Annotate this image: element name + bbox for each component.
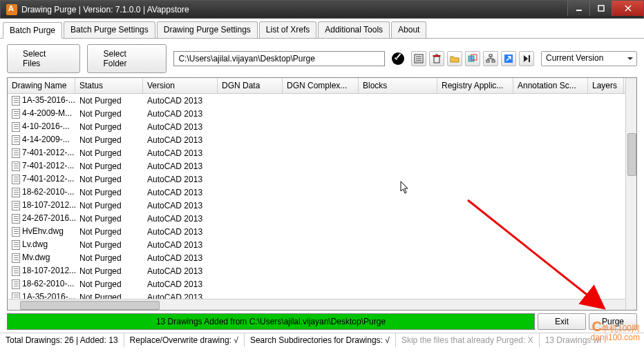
cell-name: 1A-35-2016-... bbox=[8, 95, 75, 106]
cell-empty bbox=[359, 139, 437, 141]
cell-empty bbox=[283, 231, 359, 233]
cell-status: Not Purged bbox=[75, 108, 143, 119]
select-files-button[interactable]: Select Files bbox=[7, 44, 80, 73]
minimize-button[interactable] bbox=[567, 1, 589, 16]
column-header[interactable]: Version bbox=[143, 78, 218, 93]
tab-batch-purge[interactable]: Batch Purge bbox=[3, 22, 62, 39]
cell-empty bbox=[588, 231, 624, 233]
file-icon bbox=[12, 122, 20, 132]
table-row[interactable]: 24-267-2016...Not PurgedAutoCAD 2013 bbox=[8, 212, 636, 225]
table-row[interactable]: 7-401-2012-...Not PurgedAutoCAD 2013 bbox=[8, 159, 636, 173]
maximize-button[interactable] bbox=[589, 1, 612, 16]
tree-icon[interactable] bbox=[483, 51, 498, 66]
cell-empty bbox=[437, 218, 513, 219]
table-row[interactable]: Mv.dwgNot PurgedAutoCAD 2013 bbox=[8, 251, 636, 264]
file-icon bbox=[12, 253, 20, 263]
tab-additional-tools[interactable]: Additional Tools bbox=[318, 21, 390, 38]
cell-empty bbox=[283, 297, 359, 298]
horizontal-scrollbar[interactable] bbox=[8, 299, 625, 310]
column-header[interactable]: Annotation Sc... bbox=[513, 78, 588, 93]
cell-version: AutoCAD 2013 bbox=[143, 161, 218, 172]
column-header[interactable]: Blocks bbox=[359, 78, 437, 93]
vertical-scrollbar[interactable] bbox=[625, 78, 636, 310]
drawings-grid: Drawing NameStatusVersionDGN DataDGN Com… bbox=[7, 77, 637, 311]
tab-about[interactable]: About bbox=[391, 21, 426, 38]
column-header[interactable]: Layers bbox=[588, 78, 624, 93]
file-icon bbox=[12, 266, 20, 276]
cell-empty bbox=[513, 113, 588, 115]
cell-empty bbox=[218, 139, 283, 141]
cell-empty bbox=[437, 126, 513, 128]
confirm-check-icon[interactable] bbox=[392, 52, 404, 65]
toolbar-icon-row bbox=[411, 51, 534, 66]
close-button[interactable] bbox=[612, 1, 643, 16]
window-title: Drawing Purge | Version: 7.1.0.0 | AVapp… bbox=[21, 5, 189, 14]
cell-empty bbox=[359, 257, 437, 259]
status-totals: Total Drawings: 26 | Added: 13 bbox=[0, 333, 124, 347]
cell-empty bbox=[513, 271, 588, 272]
cell-empty bbox=[359, 218, 437, 219]
cell-empty bbox=[588, 179, 624, 180]
column-header[interactable]: DGN Complex... bbox=[283, 78, 359, 93]
cell-empty bbox=[437, 205, 513, 206]
grid-body[interactable]: 1A-35-2016-...Not PurgedAutoCAD 20134-4-… bbox=[8, 94, 636, 299]
cell-empty bbox=[359, 166, 437, 167]
table-row[interactable]: Lv.dwgNot PurgedAutoCAD 2013 bbox=[8, 238, 636, 251]
cell-status: Not Purged bbox=[75, 121, 143, 132]
table-row[interactable]: 18-107-2012...Not PurgedAutoCAD 2013 bbox=[8, 199, 636, 212]
table-row[interactable]: 18-62-2010-...Not PurgedAutoCAD 2013 bbox=[8, 186, 636, 199]
file-icon bbox=[12, 240, 20, 250]
tab-batch-purge-settings[interactable]: Batch Purge Settings bbox=[64, 21, 155, 38]
cell-empty bbox=[588, 100, 624, 101]
folder-icon[interactable] bbox=[447, 51, 462, 66]
cell-empty bbox=[437, 139, 513, 141]
cell-empty bbox=[359, 244, 437, 246]
file-icon bbox=[12, 279, 20, 289]
cell-empty bbox=[359, 113, 437, 115]
cell-empty bbox=[218, 100, 283, 101]
cell-empty bbox=[283, 113, 359, 115]
table-row[interactable]: 18-62-2010-...Not PurgedAutoCAD 2013 bbox=[8, 277, 636, 291]
overlay-icon[interactable] bbox=[465, 51, 480, 66]
cell-empty bbox=[588, 244, 624, 246]
column-header[interactable]: Status bbox=[75, 78, 143, 93]
cell-empty bbox=[218, 284, 283, 285]
status-message: 13 Drawings Added from C:\Users\ajilal.v… bbox=[7, 313, 535, 330]
table-row[interactable]: 4-10-2016-...Not PurgedAutoCAD 2013 bbox=[8, 120, 636, 133]
table-row[interactable]: 7-401-2012-...Not PurgedAutoCAD 2013 bbox=[8, 146, 636, 159]
table-row[interactable]: 4-14-2009-...Not PurgedAutoCAD 2013 bbox=[8, 133, 636, 146]
select-folder-button[interactable]: Select Folder bbox=[87, 44, 167, 73]
cell-empty bbox=[513, 192, 588, 193]
cell-empty bbox=[437, 166, 513, 167]
table-row[interactable]: 7-401-2012-...Not PurgedAutoCAD 2013 bbox=[8, 173, 636, 186]
cell-empty bbox=[283, 100, 359, 101]
trash-icon[interactable] bbox=[429, 51, 444, 66]
column-header[interactable]: Registry Applic... bbox=[437, 78, 513, 93]
path-input[interactable] bbox=[173, 51, 385, 66]
cell-empty bbox=[513, 284, 588, 285]
cell-empty bbox=[588, 166, 624, 167]
cell-empty bbox=[437, 179, 513, 180]
tab-list-of-xrefs[interactable]: List of Xrefs bbox=[259, 21, 316, 38]
cell-empty bbox=[437, 244, 513, 246]
file-icon bbox=[12, 96, 20, 106]
cell-empty bbox=[513, 257, 588, 259]
tab-drawing-purge-settings[interactable]: Drawing Purge Settings bbox=[157, 21, 258, 38]
table-row[interactable]: 1A-35-2016-...Not PurgedAutoCAD 2013 bbox=[8, 94, 636, 107]
next-icon[interactable] bbox=[519, 51, 534, 66]
cell-empty bbox=[218, 244, 283, 246]
list-icon[interactable] bbox=[411, 51, 426, 66]
cell-empty bbox=[218, 271, 283, 272]
watermark-text2: danji100.com bbox=[591, 333, 640, 342]
cell-empty bbox=[588, 139, 624, 141]
cell-status: Not Purged bbox=[75, 200, 143, 211]
table-row[interactable]: HvEhv.dwgNot PurgedAutoCAD 2013 bbox=[8, 225, 636, 238]
table-row[interactable]: 4-4-2009-M...Not PurgedAutoCAD 2013 bbox=[8, 107, 636, 120]
cell-name: 4-14-2009-... bbox=[8, 134, 75, 146]
version-select[interactable]: Current Version bbox=[541, 51, 637, 66]
link-external-icon[interactable] bbox=[501, 51, 516, 66]
exit-button[interactable]: Exit bbox=[538, 313, 586, 330]
table-row[interactable]: 18-107-2012...Not PurgedAutoCAD 2013 bbox=[8, 264, 636, 277]
column-header[interactable]: Drawing Name bbox=[8, 78, 75, 93]
column-header[interactable]: DGN Data bbox=[218, 78, 283, 93]
